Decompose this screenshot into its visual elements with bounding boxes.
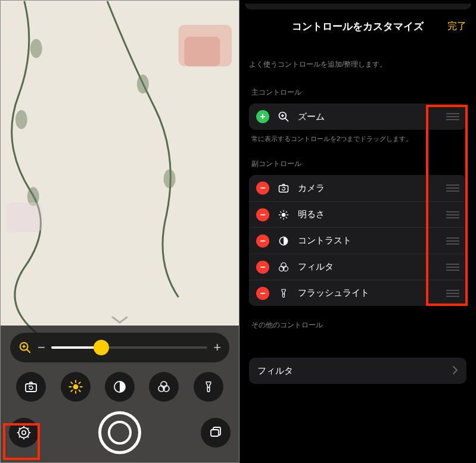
slider-thumb[interactable] — [94, 340, 109, 355]
svg-rect-43 — [279, 186, 288, 192]
sheet-header: コントロールをカスタマイズ 完了 — [239, 11, 476, 42]
sheet-handle — [245, 4, 471, 10]
row-label: フィルタ — [298, 261, 439, 273]
row-label: コントラスト — [298, 235, 439, 246]
flashlight-icon — [276, 286, 291, 301]
zoom-in-plus[interactable]: + — [213, 340, 221, 355]
chevron-right-icon — [452, 365, 458, 377]
svg-line-52 — [286, 211, 287, 212]
hint-text: よく使うコントロールを追加/整理します。 — [249, 60, 466, 70]
brightness-icon — [276, 208, 291, 222]
camera-flip-icon — [276, 181, 291, 195]
other-section-label: その他のコントロール — [249, 320, 466, 330]
remove-icon[interactable] — [256, 261, 269, 274]
filter-nav-label: フィルタ — [257, 365, 293, 377]
svg-point-2 — [15, 110, 27, 129]
svg-line-19 — [71, 382, 72, 383]
filter-nav-row[interactable]: フィルタ — [249, 358, 466, 384]
magnifier-view: − + — [0, 0, 239, 463]
contrast-icon — [276, 234, 291, 248]
remove-icon[interactable] — [256, 208, 269, 221]
shutter-button[interactable] — [98, 411, 141, 454]
svg-line-20 — [79, 390, 80, 391]
remove-icon[interactable] — [256, 287, 269, 300]
svg-rect-38 — [211, 430, 219, 436]
row-label: フラッシュライト — [298, 287, 439, 299]
zoom-out-minus[interactable]: − — [38, 340, 45, 355]
svg-rect-7 — [184, 37, 220, 67]
svg-line-40 — [285, 118, 288, 121]
multiwindow-button[interactable] — [201, 418, 231, 448]
row-label: ズーム — [298, 111, 439, 123]
row-label: カメラ — [298, 183, 439, 194]
zoom-in-icon — [276, 110, 291, 124]
zoom-in-icon — [18, 341, 32, 354]
svg-line-50 — [286, 217, 287, 218]
control-icons-row — [5, 372, 234, 402]
contrast-button[interactable] — [105, 372, 135, 402]
highlight-settings — [3, 423, 40, 460]
filter-icon — [276, 260, 291, 274]
svg-point-4 — [137, 74, 149, 93]
zoom-slider-row: − + — [10, 333, 229, 362]
svg-point-1 — [30, 39, 42, 58]
highlight-drag-handles — [426, 105, 468, 306]
remove-icon[interactable] — [256, 182, 269, 195]
svg-rect-8 — [7, 202, 42, 232]
remove-icon[interactable] — [256, 234, 269, 248]
zoom-slider[interactable] — [51, 346, 207, 349]
brightness-button[interactable] — [61, 372, 91, 402]
svg-line-10 — [27, 349, 30, 352]
row-label: 明るさ — [298, 209, 439, 220]
svg-line-22 — [79, 382, 80, 383]
svg-line-21 — [71, 390, 72, 391]
svg-point-5 — [164, 170, 176, 189]
main-section-label: 主コントロール — [249, 87, 466, 98]
customize-sheet: コントロールをカスタマイズ 完了 よく使うコントロールを追加/整理します。 主コ… — [239, 0, 476, 463]
flashlight-button[interactable] — [194, 372, 223, 402]
svg-line-51 — [281, 217, 281, 218]
filter-button[interactable] — [149, 372, 179, 402]
svg-rect-13 — [26, 384, 36, 392]
svg-line-49 — [281, 211, 281, 212]
svg-point-44 — [282, 212, 286, 217]
svg-point-14 — [73, 384, 78, 390]
add-icon[interactable] — [256, 110, 269, 123]
sheet-title: コントロールをカスタマイズ — [292, 20, 424, 33]
done-button[interactable]: 完了 — [447, 20, 466, 33]
camera-flip-button[interactable] — [16, 372, 46, 402]
